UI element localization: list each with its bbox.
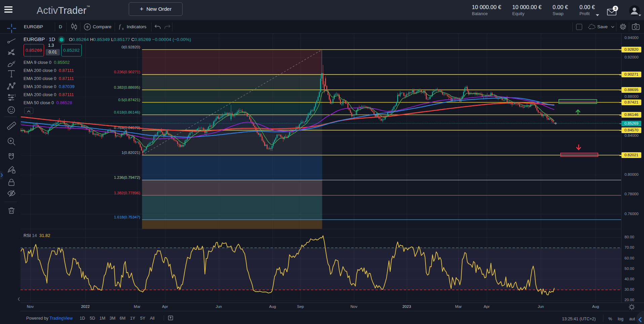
svg-text:1.382(0.77896): 1.382(0.77896) <box>114 191 140 195</box>
svg-text:x: x <box>122 27 124 31</box>
svg-text:1.236(0.79472): 1.236(0.79472) <box>114 175 140 179</box>
svg-text:0.618(0.86146): 0.618(0.86146) <box>114 110 140 114</box>
svg-text:1.618(0.75347): 1.618(0.75347) <box>114 215 140 219</box>
svg-text:0.382(0.88695): 0.382(0.88695) <box>114 85 140 89</box>
svg-text:0(0.92820): 0(0.92820) <box>121 45 140 49</box>
svg-text:1(0.82021): 1(0.82021) <box>121 151 140 155</box>
svg-text:0.236(0.90271): 0.236(0.90271) <box>114 70 140 74</box>
svg-text:f: f <box>119 24 121 30</box>
svg-text:0.5(0.87421): 0.5(0.87421) <box>118 98 140 102</box>
